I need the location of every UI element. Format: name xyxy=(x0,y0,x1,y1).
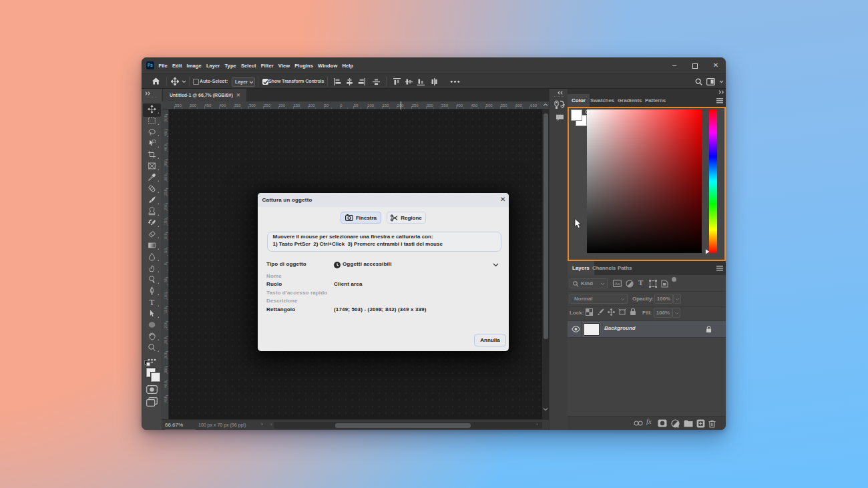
svg-text:Aa: Aa xyxy=(615,282,620,286)
svg-text:T: T xyxy=(150,298,155,306)
